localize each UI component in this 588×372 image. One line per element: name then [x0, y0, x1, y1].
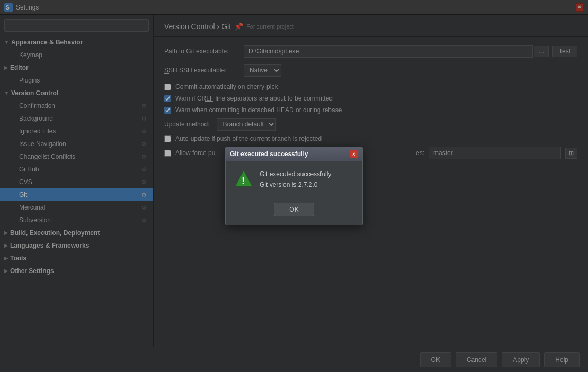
modal-text-line2: Git version is 2.7.2.0	[260, 180, 331, 190]
svg-text:!: !	[242, 176, 245, 186]
modal-titlebar: Git executed successfully ×	[226, 147, 362, 161]
modal-text-line1: Git executed successfully	[260, 169, 331, 179]
modal-body: ! Git executed successfully Git version …	[226, 161, 362, 198]
modal-title: Git executed successfully	[230, 150, 350, 158]
modal-footer: OK	[226, 198, 362, 225]
modal-close-button[interactable]: ×	[350, 150, 358, 158]
modal-ok-button[interactable]: OK	[274, 203, 314, 216]
success-icon: !	[234, 169, 253, 188]
modal-message: Git executed successfully Git version is…	[260, 169, 331, 189]
modal-overlay: Git executed successfully × ! Git execut…	[0, 0, 588, 372]
success-modal: Git executed successfully × ! Git execut…	[225, 147, 363, 225]
